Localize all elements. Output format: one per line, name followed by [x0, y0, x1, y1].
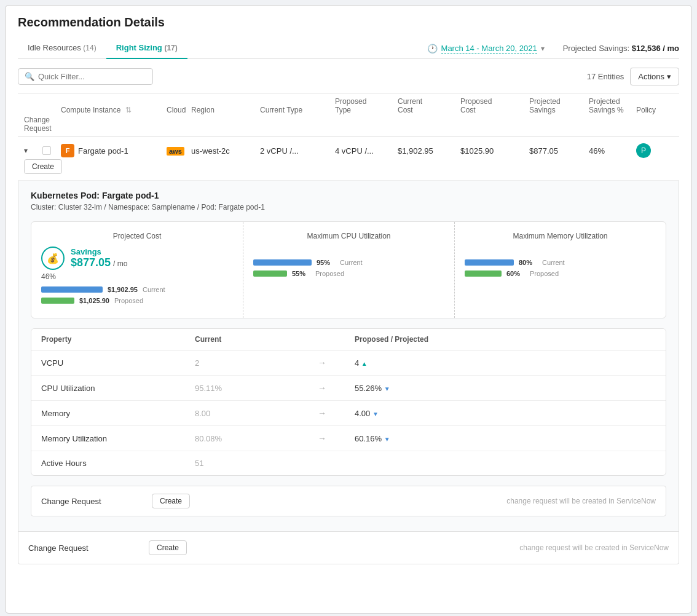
prop-col-proposed: Proposed / Projected: [355, 335, 656, 344]
cpu-utilization-section: Maximum CPU Utilization 95% Current 55% …: [243, 222, 454, 318]
actions-chevron-icon: ▾: [667, 72, 671, 81]
projected-savings-area: Projected Savings: $12,536 / mo: [563, 44, 679, 53]
tabs-bar: Idle Resources (14) Right Sizing (17) 🕐 …: [18, 38, 679, 59]
row-cloud: aws: [167, 146, 190, 156]
memory-title: Maximum Memory Utilization: [465, 232, 656, 240]
memory-util-current: 80.08%: [195, 434, 318, 443]
cpu-util-current: 95.11%: [195, 384, 318, 393]
col-projected-savings: Projected Savings: [529, 97, 588, 114]
change-request-label-2: Change Request: [28, 543, 139, 553]
cpu-proposed-bar-row: 55% Proposed: [253, 270, 444, 277]
main-window: Recommendation Details Idle Resources (1…: [5, 5, 692, 614]
memory-current-bar: [465, 259, 514, 266]
savings-amount: $877.05: [71, 256, 111, 269]
prop-col-property: Property: [41, 335, 195, 344]
current-cost-label: Current: [143, 286, 165, 293]
cpu-title: Maximum CPU Utilization: [253, 232, 444, 240]
cpu-current-bar: [253, 259, 312, 266]
change-request-row-1: Change Request Create change request wil…: [31, 486, 666, 516]
second-change-request-row: Change Request Create change request wil…: [18, 532, 679, 564]
memory-bars: 80% Current 60% Proposed: [465, 259, 656, 277]
prop-col-arrow: [318, 335, 355, 344]
active-hours-current: 51: [195, 459, 318, 468]
search-input[interactable]: [38, 72, 146, 81]
col-compute-instance: Compute Instance ⇅: [61, 106, 165, 114]
date-chevron-icon[interactable]: ▾: [541, 44, 545, 53]
memory-proposed-bar: [465, 270, 502, 277]
cpu-proposed-label: Proposed: [315, 270, 344, 277]
cpu-proposed-bar: [253, 270, 287, 277]
memory-property: Memory: [41, 409, 195, 418]
row-expand-icon[interactable]: ▾: [24, 146, 41, 155]
vcpu-property: VCPU: [41, 358, 195, 368]
proposed-cost-value: $1,025.90: [79, 297, 109, 304]
memory-proposed: 4.00 ▼: [355, 409, 656, 418]
change-request-create-btn-1[interactable]: Create: [152, 494, 190, 508]
cpu-util-arrow: →: [318, 383, 355, 393]
proposed-cost-bar: [41, 298, 74, 304]
row-current-cost: $1,902.95: [398, 146, 459, 156]
memory-proposed-label: Proposed: [530, 270, 559, 277]
table-header: Compute Instance ⇅ Cloud Region Current …: [18, 93, 679, 137]
row-checkbox[interactable]: [42, 146, 60, 155]
create-button[interactable]: Create: [24, 159, 62, 174]
active-hours-property: Active Hours: [41, 459, 195, 468]
prop-col-current: Current: [195, 335, 318, 344]
row-name: Fargate pod-1: [78, 146, 128, 156]
search-box[interactable]: 🔍: [18, 68, 153, 85]
table-row: ▾ F Fargate pod-1 aws us-west-2c 2 vCPU …: [18, 137, 679, 181]
vcpu-proposed: 4 ▲: [355, 358, 656, 368]
memory-util-down-icon: ▼: [384, 436, 390, 443]
col-current-cost: Current Cost: [398, 97, 459, 114]
proposed-cost-bar-row: $1,025.90 Proposed: [41, 297, 233, 304]
entities-count: 17 Entities: [587, 72, 624, 81]
col-savings-pct: Projected Savings %: [589, 97, 635, 114]
toolbar: 🔍 17 Entities Actions ▾: [18, 68, 679, 85]
projected-savings-prefix: Projected Savings:: [563, 44, 629, 53]
sort-icon[interactable]: ⇅: [125, 106, 132, 114]
savings-pct-label: 46%: [41, 272, 233, 281]
fargate-icon: F: [61, 144, 74, 157]
memory-current-bar-row: 80% Current: [465, 259, 656, 266]
current-cost-bar: [41, 286, 103, 293]
tab-idle-label: Idle Resources: [28, 43, 81, 52]
savings-info: Savings $877.05 / mo: [71, 247, 127, 269]
cpu-util-down-icon: ▼: [384, 385, 390, 392]
props-header: Property Current Proposed / Projected: [31, 329, 666, 350]
memory-util-arrow: →: [318, 433, 355, 443]
date-filter-area[interactable]: 🕐 March 14 - March 20, 2021 ▾: [421, 44, 551, 53]
page-title: Recommendation Details: [18, 15, 679, 30]
memory-current-label: Current: [542, 259, 565, 266]
col-current-type: Current Type: [260, 106, 334, 114]
row-policy-icon: P: [636, 143, 697, 158]
properties-table: Property Current Proposed / Projected VC…: [31, 328, 666, 476]
cpu-current-bar-row: 95% Current: [253, 259, 444, 266]
aws-badge: aws: [167, 147, 184, 156]
tab-idle-resources[interactable]: Idle Resources (14): [18, 38, 106, 58]
cpu-current-pct: 95%: [317, 259, 335, 266]
projected-savings-value: $12,536 / mo: [632, 44, 679, 53]
tab-right-sizing[interactable]: Right Sizing (17): [106, 38, 187, 58]
current-cost-value: $1,902.95: [108, 286, 138, 293]
detail-panel: Kubernetes Pod: Fargate pod-1 Cluster: C…: [18, 181, 679, 532]
row-savings: $877.05: [529, 146, 588, 156]
date-filter-label[interactable]: March 14 - March 20, 2021: [441, 44, 537, 53]
actions-button[interactable]: Actions ▾: [630, 68, 679, 85]
actions-label: Actions: [638, 72, 664, 81]
props-row-memory: Memory 8.00 → 4.00 ▼: [31, 401, 666, 426]
tab-right-sizing-label: Right Sizing: [116, 43, 162, 52]
props-row-memory-util: Memory Utilization 80.08% → 60.16% ▼: [31, 426, 666, 451]
change-request-label-1: Change Request: [41, 497, 152, 506]
vcpu-arrow: →: [318, 358, 355, 368]
change-request-create-btn-2[interactable]: Create: [149, 540, 187, 555]
props-row-active-hours: Active Hours 51: [31, 451, 666, 475]
tab-right-sizing-count: (17): [164, 44, 177, 52]
vcpu-current: 2: [195, 358, 318, 368]
second-change-request-panel: Change Request Create change request wil…: [18, 532, 679, 564]
memory-current: 8.00: [195, 409, 318, 418]
proposed-cost-label: Proposed: [114, 297, 143, 304]
memory-utilization-section: Maximum Memory Utilization 80% Current 6…: [454, 222, 666, 318]
clock-icon: 🕐: [427, 44, 438, 53]
memory-util-proposed: 60.16% ▼: [355, 434, 656, 443]
memory-util-property: Memory Utilization: [41, 434, 195, 443]
